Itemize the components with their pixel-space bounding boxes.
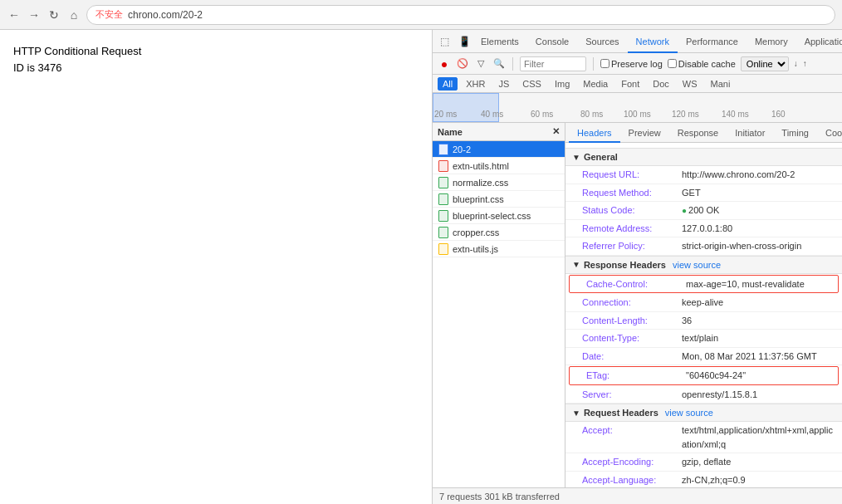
download-icon[interactable]: ↓ [794, 59, 798, 68]
address-bar: 不安全 chrono.com/20-2 [86, 5, 835, 25]
network-item-name: blueprint-select.css [453, 211, 531, 221]
general-section-header[interactable]: ▼ General [565, 148, 842, 166]
view-source-request[interactable]: view source [665, 408, 713, 418]
clear-icon[interactable]: 🚫 [456, 57, 469, 71]
detail-tab-initiator[interactable]: Initiator [727, 123, 773, 143]
type-xhr[interactable]: XHR [461, 77, 490, 91]
tab-memory[interactable]: Memory [747, 30, 796, 53]
network-item-name: extn-utils.html [453, 161, 509, 171]
tab-application[interactable]: Application [796, 30, 842, 53]
file-icon-blueprint-select [438, 210, 449, 222]
header-value: ●200 OK [682, 203, 719, 218]
tick-140ms: 140 ms [722, 110, 749, 119]
detail-tab-response[interactable]: Response [669, 123, 727, 143]
header-name: Content-Type: [582, 331, 682, 345]
tab-console[interactable]: Console [527, 30, 577, 53]
header-value: max-age=10, must-revalidate [686, 277, 805, 291]
network-item-extn-utils-html[interactable]: extn-utils.html [433, 158, 565, 174]
network-item-name: 20-2 [453, 144, 471, 154]
header-name: ETag: [586, 369, 686, 383]
record-icon[interactable]: ● [438, 57, 451, 71]
tab-performance[interactable]: Performance [678, 30, 747, 53]
home-button[interactable]: ⌂ [66, 7, 81, 22]
general-row-status: Status Code: ●200 OK [565, 202, 842, 220]
search-icon[interactable]: 🔍 [492, 57, 506, 71]
reload-button[interactable]: ↻ [47, 7, 61, 22]
tick-160ms: 160 [771, 110, 786, 119]
response-server-row: Server: openresty/1.15.8.1 [565, 386, 842, 404]
header-name: Accept-Encoding: [582, 455, 682, 469]
header-value: keep-alive [682, 296, 723, 310]
detail-tab-headers[interactable]: Headers [569, 123, 620, 143]
header-name: Connection: [582, 296, 682, 310]
file-icon-extn-utils-js [438, 243, 449, 255]
upload-icon[interactable]: ↑ [803, 59, 807, 68]
network-item-blueprint-css[interactable]: blueprint.css [433, 191, 565, 208]
detail-panel: Headers Preview Response Initiator Timin… [565, 123, 842, 487]
network-item-20-2[interactable]: 20-2 [433, 141, 565, 158]
toolbar-separator-1 [512, 57, 513, 71]
tick-120ms: 120 ms [672, 110, 699, 119]
filter-input[interactable] [520, 56, 586, 71]
header-name: Accept: [582, 423, 682, 451]
type-js[interactable]: JS [493, 77, 514, 91]
security-warning: 不安全 [95, 8, 123, 21]
type-font[interactable]: Font [616, 77, 644, 91]
request-accept-row: Accept: text/html,application/xhtml+xml,… [565, 422, 842, 453]
browser-toolbar: ← → ↻ ⌂ 不安全 chrono.com/20-2 [0, 0, 842, 30]
detail-tab-cookies[interactable]: Cookies [817, 123, 842, 143]
tab-elements[interactable]: Elements [472, 30, 527, 53]
detail-tab-timing[interactable]: Timing [773, 123, 817, 143]
header-value: text/html,application/xhtml+xml,applicat… [682, 423, 835, 451]
network-item-name: extn-utils.js [453, 244, 498, 254]
device-icon[interactable]: 📱 [456, 33, 472, 50]
tab-network[interactable]: Network [628, 30, 678, 53]
network-item-extn-utils-js[interactable]: extn-utils.js [433, 241, 565, 257]
type-ws[interactable]: WS [678, 77, 702, 91]
general-title: General [584, 152, 618, 162]
devtools-tab-bar: ⬚ 📱 Elements Console Sources Network Per… [433, 30, 842, 53]
back-button[interactable]: ← [7, 7, 22, 22]
disable-cache-checkbox[interactable]: Disable cache [668, 59, 736, 69]
detail-tab-preview[interactable]: Preview [620, 123, 669, 143]
url-display: chrono.com/20-2 [128, 9, 203, 21]
preserve-log-checkbox[interactable]: Preserve log [600, 59, 663, 69]
type-all[interactable]: All [438, 77, 458, 91]
header-value: "60460c94-24" [686, 369, 746, 383]
network-list: Name ✕ 20-2 extn-utils.html [433, 123, 565, 487]
type-img[interactable]: Img [550, 77, 575, 91]
toolbar-separator-2 [593, 57, 594, 71]
tick-60ms: 60 ms [531, 110, 553, 119]
response-headers-title: Response Headers [584, 260, 666, 270]
response-cache-control-row: Cache-Control: max-age=10, must-revalida… [569, 275, 839, 294]
request-headers-section[interactable]: ▼ Request Headers view source [565, 404, 842, 422]
close-detail-icon[interactable]: ✕ [552, 126, 560, 137]
throttle-select[interactable]: Online [741, 56, 789, 71]
general-row-method: Request Method: GET [565, 184, 842, 203]
network-item-normalize-css[interactable]: normalize.css [433, 174, 565, 191]
file-icon-normalize [438, 177, 449, 188]
response-headers-section[interactable]: ▼ Response Headers view source [565, 256, 842, 274]
type-media[interactable]: Media [578, 77, 613, 91]
forward-button[interactable]: → [27, 7, 42, 22]
network-item-blueprint-select-css[interactable]: blueprint-select.css [433, 208, 565, 224]
general-row-url: Request URL: http://www.chrono.com/20-2 [565, 166, 842, 184]
name-column-header: Name [438, 127, 463, 137]
network-toolbar: ● 🚫 ▽ 🔍 Preserve log Disable cache Onlin… [433, 53, 842, 75]
network-item-cropper-css[interactable]: cropper.css [433, 224, 565, 241]
filter-icon[interactable]: ▽ [474, 57, 487, 71]
view-source-response[interactable]: view source [673, 260, 721, 270]
header-value: openresty/1.15.8.1 [682, 388, 757, 402]
page-line1: HTTP Conditional Request [13, 43, 419, 60]
type-css[interactable]: CSS [517, 77, 546, 91]
header-value: GET [682, 186, 701, 200]
request-headers-chevron: ▼ [572, 409, 580, 418]
type-mani[interactable]: Mani [706, 77, 736, 91]
inspect-icon[interactable]: ⬚ [436, 33, 453, 50]
type-doc[interactable]: Doc [648, 77, 674, 91]
file-icon-cropper [438, 227, 449, 238]
header-value: 127.0.0.1:80 [682, 222, 732, 236]
header-value: gzip, deflate [682, 455, 731, 469]
header-value: Mon, 08 Mar 2021 11:37:56 GMT [682, 350, 817, 364]
tab-sources[interactable]: Sources [577, 30, 627, 53]
